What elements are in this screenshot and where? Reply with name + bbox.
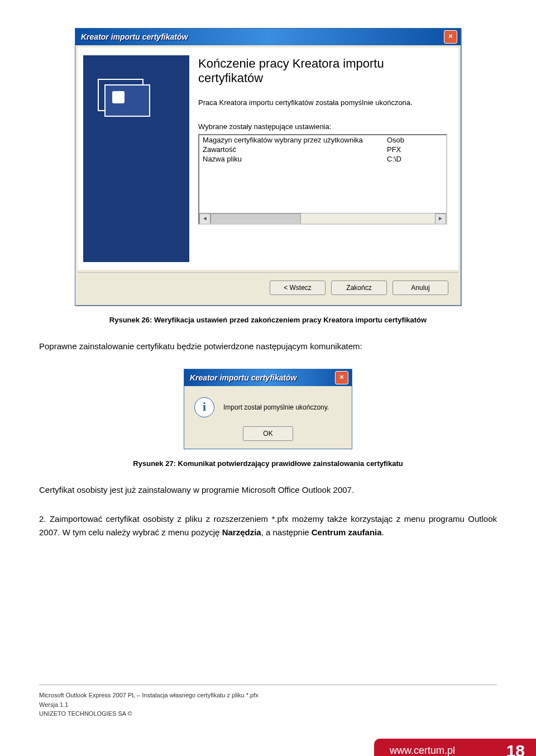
settings-row-value: C:\D: [387, 155, 443, 163]
footer-line: Microsoft Outlook Express 2007 PL – Inst…: [39, 691, 497, 700]
wizard-body: Kończenie pracy Kreatora importu certyfi…: [78, 47, 458, 270]
settings-row: Zawartość PFX: [199, 145, 446, 154]
cancel-button[interactable]: Anuluj: [393, 280, 448, 295]
scroll-left-icon[interactable]: ◄: [199, 213, 210, 225]
finish-button[interactable]: Zakończ: [331, 280, 387, 295]
red-tab: www.certum.pl 18: [374, 739, 536, 757]
page-footer: Microsoft Outlook Express 2007 PL – Inst…: [39, 684, 497, 719]
wizard-footer: < Wstecz Zakończ Anuluj: [78, 272, 458, 303]
settings-row-label: Magazyn certyfikatów wybrany przez użytk…: [203, 136, 387, 144]
paragraph: 2. Zaimportować certyfikat osobisty z pl…: [39, 512, 497, 539]
wizard-title: Kreator importu certyfikatów: [81, 32, 444, 41]
settings-row: Nazwa pliku C:\D: [199, 154, 446, 164]
settings-listbox: Magazyn certyfikatów wybrany przez użytk…: [198, 134, 447, 225]
menu-bold: Narzędzia: [222, 527, 261, 537]
settings-label: Wybrane zostały następujące ustawienia:: [198, 122, 447, 131]
wizard-dialog: Kreator importu certyfikatów × Kończenie…: [75, 28, 461, 306]
paragraph: Certyfikat osobisty jest już zainstalowa…: [39, 483, 497, 497]
close-icon[interactable]: ×: [444, 30, 457, 44]
back-button[interactable]: < Wstecz: [270, 280, 326, 295]
settings-row-label: Nazwa pliku: [203, 155, 387, 163]
wizard-description: Praca Kreatora importu certyfikatów zost…: [198, 98, 447, 108]
scroll-track[interactable]: [210, 213, 435, 224]
certum-link: www.certum.pl: [390, 745, 506, 756]
paragraph-text: , a następnie: [261, 527, 312, 537]
footer-line: Wersja 1.1: [39, 700, 497, 710]
msgbox-title: Kreator importu certyfikatów: [190, 373, 335, 382]
scroll-thumb[interactable]: [210, 213, 301, 225]
wizard-heading: Kończenie pracy Kreatora importu certyfi…: [198, 56, 447, 85]
ok-button[interactable]: OK: [243, 426, 293, 441]
close-icon[interactable]: ×: [335, 371, 348, 384]
message-dialog: Kreator importu certyfikatów × i Import …: [184, 369, 352, 449]
paragraph-text: .: [382, 527, 384, 537]
msgbox-titlebar: Kreator importu certyfikatów ×: [184, 369, 352, 386]
bottom-bar: www.certum.pl 18: [0, 732, 536, 757]
info-icon: i: [194, 397, 214, 417]
certificate-icon: [98, 79, 154, 118]
wizard-titlebar: Kreator importu certyfikatów ×: [75, 28, 461, 45]
scroll-right-icon[interactable]: ►: [435, 213, 446, 225]
msgbox-body: i Import został pomyślnie ukończony.: [184, 386, 352, 423]
menu-bold: Centrum zaufania: [312, 527, 382, 537]
msgbox-text: Import został pomyślnie ukończony.: [223, 403, 329, 411]
settings-row-value: Osob: [387, 136, 443, 144]
footer-line: UNIZETO TECHNOLOGIES SA ©: [39, 709, 497, 719]
settings-row: Magazyn certyfikatów wybrany przez użytk…: [199, 135, 446, 145]
figure-caption-26: Rysunek 26: Weryfikacja ustawień przed z…: [39, 316, 497, 324]
msgbox-footer: OK: [184, 423, 352, 449]
figure-caption-27: Rysunek 27: Komunikat potwierdzający pra…: [39, 459, 497, 468]
paragraph: Poprawne zainstalowanie certyfikatu będz…: [39, 340, 497, 353]
wizard-sidebar-image: [83, 55, 189, 262]
horizontal-scrollbar[interactable]: ◄ ►: [199, 213, 446, 224]
settings-row-value: PFX: [387, 145, 443, 154]
page-number: 18: [506, 741, 525, 757]
settings-row-label: Zawartość: [203, 145, 387, 154]
